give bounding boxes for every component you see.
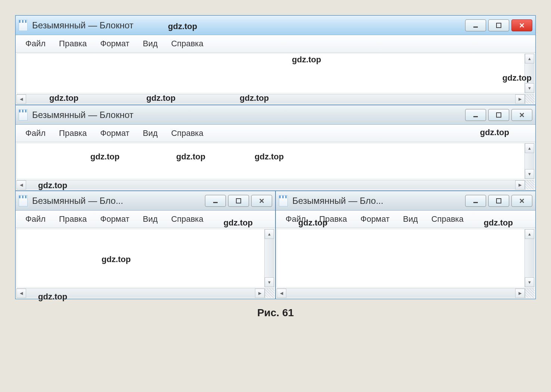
- minimize-button[interactable]: [465, 109, 486, 121]
- close-button[interactable]: [511, 19, 532, 31]
- menu-help[interactable]: Справка: [164, 127, 210, 140]
- scroll-left-icon[interactable]: ◀: [277, 289, 286, 298]
- scroll-track[interactable]: [525, 63, 534, 83]
- maximize-button[interactable]: [488, 195, 509, 207]
- scroll-track[interactable]: [525, 153, 534, 169]
- close-icon: [519, 197, 525, 204]
- menubar: Файл Правка Формат Вид Справка: [276, 211, 535, 228]
- scroll-track[interactable]: [265, 239, 274, 277]
- vertical-scrollbar[interactable]: ▲ ▼: [264, 229, 274, 287]
- maximize-icon: [495, 22, 502, 29]
- maximize-button[interactable]: [228, 195, 249, 207]
- window-controls: [205, 195, 272, 207]
- menu-help[interactable]: Справка: [424, 213, 470, 225]
- menu-view[interactable]: Вид: [396, 213, 425, 225]
- text-area[interactable]: ▲ ▼: [16, 53, 535, 93]
- scroll-right-icon[interactable]: ▶: [255, 289, 265, 298]
- menu-file[interactable]: Файл: [19, 127, 52, 140]
- text-area[interactable]: ▲ ▼: [16, 229, 274, 287]
- menu-file[interactable]: Файл: [279, 213, 312, 225]
- horizontal-scrollbar[interactable]: ◀ ▶: [16, 94, 535, 104]
- close-button[interactable]: [511, 109, 532, 121]
- resize-grip[interactable]: [525, 94, 535, 104]
- close-icon: [519, 22, 525, 29]
- resize-grip[interactable]: [525, 180, 535, 190]
- scroll-down-icon[interactable]: ▼: [525, 169, 534, 179]
- menu-edit[interactable]: Правка: [52, 127, 93, 140]
- notepad-window-3: Безымянный — Бло... Файл: [15, 191, 276, 299]
- resize-grip[interactable]: [525, 289, 535, 298]
- minimize-icon: [472, 197, 479, 204]
- menu-edit[interactable]: Правка: [312, 213, 354, 225]
- scroll-track[interactable]: [26, 289, 255, 298]
- maximize-icon: [495, 112, 502, 118]
- text-area[interactable]: ▲ ▼: [277, 229, 535, 287]
- close-icon: [519, 112, 525, 118]
- titlebar[interactable]: Безымянный — Бло...: [16, 191, 275, 211]
- horizontal-scrollbar[interactable]: ◀ ▶: [16, 288, 274, 298]
- scroll-left-icon[interactable]: ◀: [16, 289, 26, 298]
- scroll-down-icon[interactable]: ▼: [525, 277, 534, 287]
- menu-file[interactable]: Файл: [19, 37, 52, 50]
- notepad-window-1: Безымянный — Блокнот Файл Правка Формат: [15, 15, 536, 105]
- scroll-down-icon[interactable]: ▼: [265, 277, 274, 287]
- scroll-down-icon[interactable]: ▼: [525, 83, 534, 93]
- scroll-up-icon[interactable]: ▲: [525, 54, 534, 63]
- menu-format[interactable]: Формат: [354, 213, 396, 225]
- figure-layout: Безымянный — Блокнот Файл Правка Формат: [15, 15, 536, 319]
- window-controls: [465, 19, 532, 31]
- scroll-up-icon[interactable]: ▲: [525, 143, 534, 153]
- notepad-window-2: Безымянный — Блокнот Файл Правка Формат: [15, 105, 536, 191]
- resize-grip[interactable]: [265, 289, 274, 298]
- text-area[interactable]: ▲ ▼: [16, 143, 535, 179]
- menu-format[interactable]: Формат: [93, 127, 136, 140]
- menu-format[interactable]: Формат: [93, 213, 136, 225]
- scroll-track[interactable]: [286, 289, 515, 298]
- menu-edit[interactable]: Правка: [52, 37, 93, 50]
- titlebar[interactable]: Безымянный — Блокнот: [16, 16, 535, 35]
- svg-rect-2: [473, 116, 478, 117]
- menu-format[interactable]: Формат: [93, 37, 136, 50]
- close-button[interactable]: [511, 195, 532, 207]
- horizontal-scrollbar[interactable]: ◀ ▶: [16, 180, 535, 190]
- minimize-button[interactable]: [465, 195, 486, 207]
- titlebar[interactable]: Безымянный — Бло...: [276, 191, 535, 211]
- menu-help[interactable]: Справка: [164, 213, 210, 225]
- menu-view[interactable]: Вид: [136, 127, 165, 140]
- svg-rect-7: [496, 199, 501, 203]
- maximize-button[interactable]: [488, 109, 509, 121]
- menubar: Файл Правка Формат Вид Справка: [16, 125, 535, 142]
- scroll-track[interactable]: [525, 239, 534, 277]
- menu-edit[interactable]: Правка: [52, 213, 93, 225]
- vertical-scrollbar[interactable]: ▲ ▼: [524, 143, 534, 179]
- scroll-track[interactable]: [26, 94, 515, 104]
- horizontal-scrollbar[interactable]: ◀ ▶: [277, 288, 535, 298]
- notepad-icon: [19, 109, 28, 121]
- scroll-left-icon[interactable]: ◀: [16, 180, 26, 190]
- vertical-scrollbar[interactable]: ▲ ▼: [524, 54, 534, 93]
- window-title: Безымянный — Блокнот: [32, 110, 465, 120]
- window-title: Безымянный — Блокнот: [32, 20, 465, 31]
- menu-file[interactable]: Файл: [19, 213, 52, 225]
- windows-stack: Безымянный — Блокнот Файл Правка Формат: [15, 15, 536, 299]
- titlebar[interactable]: Безымянный — Блокнот: [16, 105, 535, 125]
- menu-view[interactable]: Вид: [136, 213, 165, 225]
- vertical-scrollbar[interactable]: ▲ ▼: [524, 229, 534, 287]
- maximize-button[interactable]: [488, 19, 509, 31]
- minimize-button[interactable]: [465, 19, 486, 31]
- scroll-right-icon[interactable]: ▶: [515, 289, 525, 298]
- scroll-left-icon[interactable]: ◀: [16, 94, 26, 104]
- scroll-up-icon[interactable]: ▲: [265, 229, 274, 239]
- menu-help[interactable]: Справка: [164, 37, 210, 50]
- window-controls: [465, 109, 532, 121]
- minimize-button[interactable]: [205, 195, 226, 207]
- close-button[interactable]: [251, 195, 272, 207]
- scroll-right-icon[interactable]: ▶: [515, 94, 525, 104]
- scroll-right-icon[interactable]: ▶: [515, 180, 525, 190]
- scroll-track[interactable]: [26, 180, 515, 190]
- scroll-up-icon[interactable]: ▲: [525, 229, 534, 239]
- menu-view[interactable]: Вид: [136, 37, 165, 50]
- menubar: Файл Правка Формат Вид Справка: [16, 35, 535, 53]
- bottom-row: Безымянный — Бло... Файл: [15, 191, 536, 299]
- svg-rect-0: [473, 27, 478, 28]
